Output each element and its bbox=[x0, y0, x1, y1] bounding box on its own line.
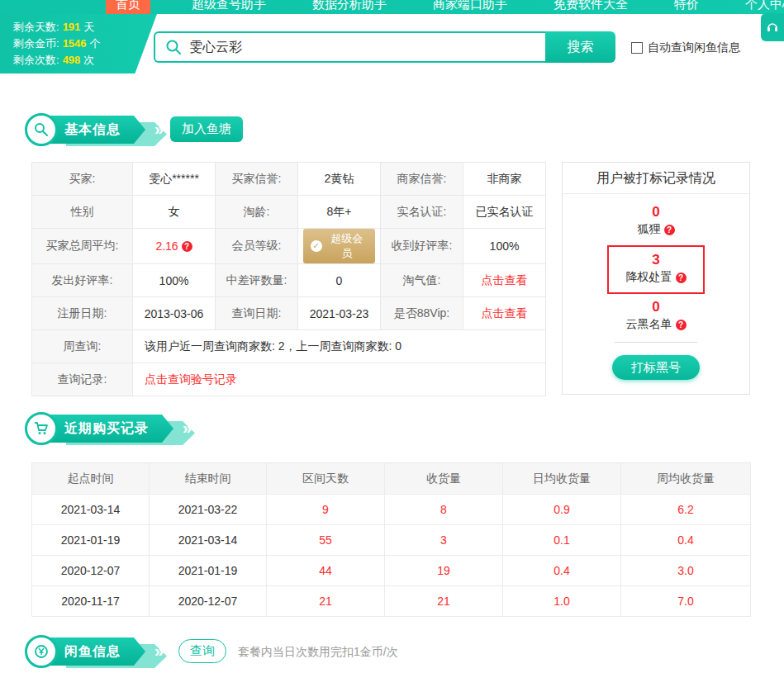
query-record-link[interactable]: 点击查询验号记录 bbox=[145, 372, 237, 386]
nav-item-profile[interactable]: 个人中心 bbox=[740, 0, 784, 14]
nav-item-super-check[interactable]: 超级查号助手 bbox=[187, 0, 271, 14]
weekly-average: 2.16? bbox=[133, 229, 216, 264]
nav-item-special-price[interactable]: 特价 bbox=[669, 0, 704, 14]
section-header-purchase-records: 近期购买记录 » bbox=[38, 415, 173, 443]
search-input[interactable] bbox=[189, 40, 535, 55]
received-praise-rate: 100% bbox=[463, 229, 546, 264]
query-date: 2021-03-23 bbox=[298, 297, 381, 330]
weekly-query-info: 该用户近一周查询商家数: 2，上一周查询商家数: 0 bbox=[133, 330, 546, 363]
mark-record-panel: 用户被打标记录情况 0 狐狸? 3 降权处置? 0 云黑名单? 打标黑号 bbox=[562, 162, 750, 395]
seller-credit: 非商家 bbox=[463, 163, 546, 196]
table-row: 买家总周平均: 2.16? 会员等级: ✓ 超级会员 收到好评率: 100% bbox=[32, 229, 546, 264]
member-level-badge: ✓ 超级会员 bbox=[303, 229, 375, 263]
checkbox-box[interactable] bbox=[631, 42, 643, 54]
buyer-name: 雯心****** bbox=[133, 163, 216, 196]
help-icon[interactable]: ? bbox=[676, 273, 687, 283]
coin-check-icon: ✓ bbox=[311, 240, 322, 252]
table-row: 2020-12-07 2021-01-19 44 19 0.4 3.0 bbox=[32, 556, 751, 586]
gender: 女 bbox=[133, 196, 216, 229]
nav-item-home[interactable]: 首页 bbox=[106, 0, 150, 14]
search-button[interactable]: 搜索 bbox=[545, 31, 615, 63]
chevron-right-icon: » bbox=[183, 415, 192, 441]
tao-age: 8年+ bbox=[298, 196, 381, 229]
remaining-times: 剩余次数:498次 bbox=[13, 52, 157, 69]
vip88-link[interactable]: 点击查看 bbox=[482, 306, 528, 320]
purchase-table: 起点时间 结束时间 区间天数 收货量 日均收货量 周均收货量 2021-03-1… bbox=[31, 462, 751, 617]
table-row: 2021-03-14 2021-03-22 9 8 0.9 6.2 bbox=[32, 495, 751, 525]
bad-review-count: 0 bbox=[298, 264, 381, 297]
table-row: 注册日期: 2013-03-06 查询日期: 2021-03-23 是否88Vi… bbox=[32, 297, 546, 330]
checkbox-label: 自动查询闲鱼信息 bbox=[648, 40, 740, 55]
search-icon bbox=[165, 39, 182, 55]
coin-icon bbox=[25, 635, 58, 668]
nav-item-merchant-helper[interactable]: 商家端口助手 bbox=[428, 0, 512, 14]
chevron-right-icon: » bbox=[154, 637, 164, 664]
table-row: 发出好评率: 100% 中差评数量: 0 淘气值: 点击查看 bbox=[32, 264, 546, 297]
real-name-status: 已实名认证 bbox=[463, 196, 546, 229]
mark-black-account-button[interactable]: 打标黑号 bbox=[612, 355, 700, 380]
table-header-row: 起点时间 结束时间 区间天数 收货量 日均收货量 周均收货量 bbox=[32, 463, 751, 495]
help-icon[interactable]: ? bbox=[182, 241, 192, 252]
nav-item-data-analysis[interactable]: 数据分析助手 bbox=[307, 0, 392, 14]
search-box bbox=[154, 31, 545, 63]
cloud-blacklist-stat: 0 云黑名单? bbox=[615, 299, 697, 343]
remaining-days: 剩余天数:191天 bbox=[13, 19, 157, 36]
given-praise-rate: 100% bbox=[133, 264, 216, 297]
register-date: 2013-03-06 bbox=[133, 297, 216, 330]
buyer-credit: 2黄钻 bbox=[298, 163, 381, 196]
mark-panel-title: 用户被打标记录情况 bbox=[563, 163, 749, 194]
basic-info-table: 买家: 雯心****** 买家信誉: 2黄钻 商家信誉: 非商家 性别 女 淘龄… bbox=[31, 162, 546, 396]
fee-note: 套餐内当日次数用完扣1金币/次 bbox=[238, 645, 398, 660]
help-icon[interactable]: ? bbox=[676, 320, 687, 330]
chevron-right-icon: » bbox=[154, 116, 164, 142]
demote-mark-stat: 3 降权处置? bbox=[607, 245, 705, 294]
cart-icon bbox=[25, 412, 58, 445]
fox-mark-stat: 0 狐狸? bbox=[563, 204, 749, 237]
top-navigation: 首页 超级查号助手 数据分析助手 商家端口助手 免费软件大全 特价 个人中心 bbox=[0, 0, 784, 14]
section-header-basic-info: 基本信息 » bbox=[38, 116, 145, 144]
table-row: 2021-01-19 2021-03-14 55 3 0.1 0.4 bbox=[32, 525, 751, 556]
taoqi-value-link[interactable]: 点击查看 bbox=[482, 273, 528, 287]
auto-query-checkbox[interactable]: 自动查询闲鱼信息 bbox=[631, 40, 740, 55]
nav-item-free-software[interactable]: 免费软件大全 bbox=[549, 0, 633, 14]
help-icon[interactable]: ? bbox=[664, 225, 675, 235]
quota-stats-flag: 剩余天数:191天 剩余金币:1546个 剩余次数:498次 bbox=[0, 14, 157, 73]
table-row: 买家: 雯心****** 买家信誉: 2黄钻 商家信誉: 非商家 bbox=[32, 163, 546, 196]
service-widget[interactable] bbox=[761, 13, 784, 41]
join-fishpond-button[interactable]: 加入鱼塘 bbox=[170, 116, 243, 142]
section-header-xianyu-info: 闲鱼信息 » bbox=[38, 637, 145, 666]
table-row: 2020-11-17 2020-12-07 21 21 1.0 7.0 bbox=[32, 586, 751, 617]
table-row: 性别 女 淘龄: 8年+ 实名认证: 已实名认证 bbox=[32, 196, 546, 229]
search-bar: 搜索 bbox=[154, 31, 615, 63]
xianyu-query-button[interactable]: 查询 bbox=[178, 639, 226, 663]
table-row: 查询记录: 点击查询验号记录 bbox=[32, 363, 546, 396]
headset-icon bbox=[766, 21, 779, 34]
user-search-icon bbox=[25, 113, 58, 146]
table-row: 周查询: 该用户近一周查询商家数: 2，上一周查询商家数: 0 bbox=[32, 330, 546, 363]
remaining-coins: 剩余金币:1546个 bbox=[13, 36, 157, 52]
ribbon-banner: 近期购买记录 bbox=[38, 415, 173, 443]
